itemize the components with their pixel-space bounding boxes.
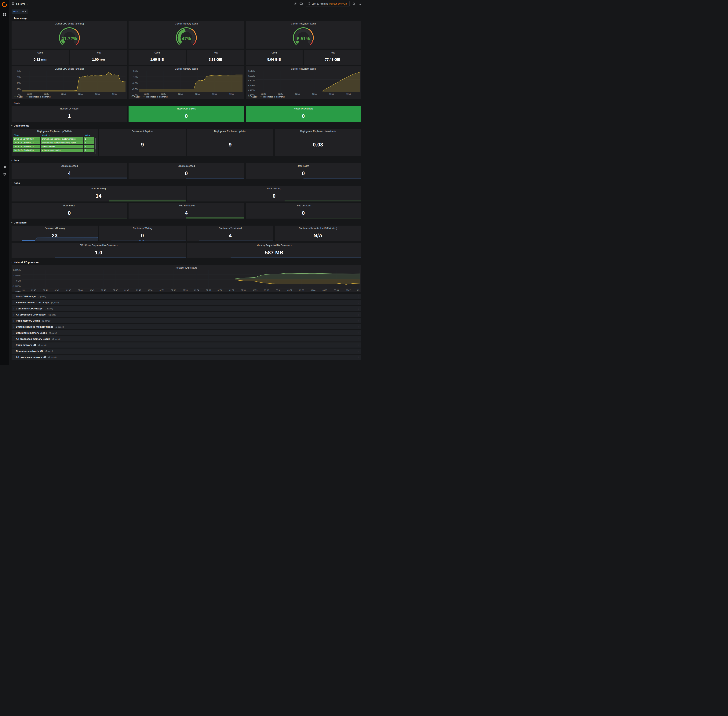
collapsed-row[interactable]: ›Containers CPU usage(1 panel)⣿ — [12, 306, 361, 311]
section-header-network[interactable]: › Network I/O pressure — [12, 260, 361, 265]
panel-title[interactable]: Cluster memory usage — [129, 21, 244, 25]
panel-title[interactable]: Containers Terminated — [187, 226, 273, 229]
section-header-deployments[interactable]: › Deployments — [12, 123, 361, 128]
drag-handle-icon[interactable]: ⣿ — [358, 295, 359, 298]
panel-title[interactable]: Total — [187, 50, 244, 54]
search-icon[interactable] — [353, 2, 356, 5]
panel-title[interactable]: Total — [70, 50, 127, 54]
panel-title[interactable]: Deployment Replicas - Updated — [187, 129, 273, 133]
collapsed-row[interactable]: ›System services CPU usage(1 panel)⣿ — [12, 300, 361, 305]
panel-title[interactable]: CPU Cores Requested by Containers — [12, 243, 186, 247]
section-header-jobs[interactable]: › Jobs — [12, 158, 361, 163]
panel-title[interactable]: Cluster memory usage — [129, 66, 244, 70]
table-scrollbar[interactable] — [95, 138, 96, 154]
chevron-down-icon: › — [11, 182, 13, 183]
panel-title[interactable]: Memory Requested By Containers — [187, 243, 361, 247]
panel-title[interactable]: Deployment Replicas - Up To Date — [12, 129, 98, 133]
panel-title[interactable]: Containers Running — [12, 226, 98, 229]
table-header-metric[interactable]: Metric ▾ — [41, 133, 84, 137]
panel-title[interactable]: Containers Restarts (Last 30 Minutes) — [275, 226, 361, 229]
panel-title[interactable]: Pods Succeeded — [129, 203, 244, 207]
drag-handle-icon[interactable]: ⣿ — [358, 338, 359, 340]
panel-title[interactable]: Pods Failed — [12, 203, 127, 207]
graph-plot[interactable] — [139, 71, 242, 93]
graph-plot[interactable] — [22, 71, 126, 93]
variable-node-dropdown[interactable]: Node All ▾ — [12, 9, 28, 14]
panel-network-io-pressure: Network I/O pressure 2.0 MB/s1.0 MB/s0 B… — [12, 265, 361, 292]
collapsed-row-title: Pods network I/O — [16, 344, 36, 346]
panel-title[interactable]: Nodes Unavailable — [246, 106, 361, 110]
panel-title[interactable]: Containers Waiting — [99, 226, 186, 229]
panel-title[interactable]: Nodes Out of Disk — [129, 106, 244, 110]
navbar: Cluster ▾ Last 30 minutes Refresh every … — [9, 0, 364, 8]
panel-deployment-replicas-table: Deployment Replicas - Up To Date TimeMet… — [12, 129, 98, 156]
panel-title[interactable]: Pods Pending — [187, 186, 361, 190]
graph-plot[interactable] — [22, 270, 360, 289]
panel-title[interactable]: Cluster CPU usage (2m avg) — [12, 21, 127, 25]
panel-title[interactable]: Deployment Replicas - Unavailable — [275, 129, 361, 133]
panel-title[interactable]: Pods Unknown — [246, 203, 361, 207]
collapsed-row[interactable]: ›Pods memory usage(1 panel)⣿ — [12, 318, 361, 323]
panel-title[interactable]: Pods Running — [12, 186, 186, 190]
collapsed-row-title: Pods memory usage — [16, 319, 40, 322]
time-picker[interactable]: Last 30 minutes Refresh every 1m — [306, 1, 350, 6]
drag-handle-icon[interactable]: ⣿ — [358, 320, 359, 322]
panel-title[interactable]: Jobs Failed — [246, 163, 361, 167]
dashboard-picker-icon — [12, 2, 14, 6]
drag-handle-icon[interactable]: ⣿ — [358, 313, 359, 316]
sign-in-icon[interactable] — [3, 165, 6, 169]
panel-title[interactable]: Used — [246, 50, 303, 54]
collapsed-row[interactable]: ›Containers memory usage(1 panel)⣿ — [12, 330, 361, 335]
drag-handle-icon[interactable]: ⣿ — [358, 344, 359, 346]
panel-title[interactable]: Cluster CPU usage (2m avg) — [12, 66, 127, 70]
panel-title[interactable]: Number Of Nodes — [12, 106, 127, 110]
section-header-containers[interactable]: › Containers — [12, 220, 361, 225]
drag-handle-icon[interactable]: ⣿ — [358, 332, 359, 334]
y-axis: 48.0%47.0%46.0%45.0%44.0% — [130, 71, 139, 95]
collapsed-row[interactable]: ›System services memory usage(1 panel)⣿ — [12, 324, 361, 329]
section-header-pods[interactable]: › Pods — [12, 181, 361, 185]
legend-item[interactable]: kubernetes_io_hostname — [26, 96, 51, 98]
stat-value: 0.12 — [33, 58, 40, 62]
legend-item[interactable]: kubernetes_io_hostname — [260, 96, 285, 98]
refresh-icon[interactable] — [358, 2, 361, 5]
help-icon[interactable] — [3, 173, 6, 176]
collapsed-row[interactable]: ›All processes memory usage(1 panel)⣿ — [12, 336, 361, 341]
panel-title[interactable]: Total — [304, 50, 361, 54]
drag-handle-icon[interactable]: ⣿ — [358, 307, 359, 310]
section-header-total-usage[interactable]: › Total usage — [12, 15, 361, 20]
graph-plot[interactable] — [256, 71, 360, 93]
collapsed-row[interactable]: ›All processes CPU usage(1 panel)⣿ — [12, 312, 361, 317]
panel-title[interactable]: Jobs Succeeded — [12, 163, 127, 167]
drag-handle-icon[interactable]: ⣿ — [358, 301, 359, 304]
drag-handle-icon[interactable]: ⣿ — [358, 350, 359, 352]
panel-title[interactable]: Deployment Replicas — [99, 129, 186, 133]
collapsed-row-panel-count: (1 panel) — [51, 302, 59, 304]
tv-mode-icon[interactable] — [300, 2, 303, 5]
legend-item[interactable]: kubernetes_io_hostname — [143, 96, 168, 98]
panel-title[interactable]: Used — [129, 50, 186, 54]
dashboard-title-button[interactable]: Cluster ▾ — [12, 2, 28, 6]
panel-title[interactable]: Jobs Succeeded — [129, 163, 244, 167]
drag-handle-icon[interactable]: ⣿ — [358, 326, 359, 328]
collapsed-row[interactable]: ›All processes network I/O(1 panel)⣿ — [12, 355, 361, 360]
collapsed-row[interactable]: ›Pods network I/O(1 panel)⣿ — [12, 343, 361, 347]
drag-handle-icon[interactable]: ⣿ — [358, 356, 359, 358]
section-title: Network I/O pressure — [14, 261, 38, 264]
table-header-time[interactable]: Time — [13, 133, 41, 137]
panel-title[interactable]: Cluster filesystem usage — [246, 21, 361, 25]
dashboards-grid-icon[interactable] — [3, 12, 6, 16]
grafana-logo-icon[interactable] — [2, 2, 7, 7]
panel-filesystem-used: Used 5.04 GiB — [246, 50, 303, 65]
caret-down-icon: ▾ — [27, 3, 28, 5]
collapsed-row[interactable]: ›Containers network I/O(1 panel)⣿ — [12, 349, 361, 353]
section-header-node[interactable]: › Node — [12, 100, 361, 106]
stat-value: 9 — [229, 142, 232, 148]
share-icon[interactable] — [294, 2, 297, 5]
panel-title[interactable]: Used — [12, 50, 69, 54]
table-header-value[interactable]: Value — [84, 133, 94, 137]
stat-value: 77.49 GiB — [325, 58, 341, 62]
panel-title[interactable]: Network I/O pressure — [12, 265, 361, 269]
panel-title[interactable]: Cluster filesystem usage — [246, 66, 361, 70]
collapsed-row[interactable]: ›Pods CPU usage(1 panel)⣿ — [12, 294, 361, 299]
